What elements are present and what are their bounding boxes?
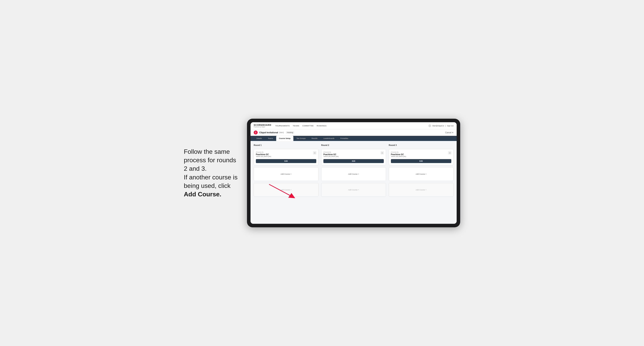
tablet-screen: SCOREBOARD Powered by clippd TOURNAMENTS… bbox=[250, 122, 457, 224]
remove-course-button[interactable]: ⊟ bbox=[313, 151, 316, 154]
cancel-button[interactable]: Cancel ✕ bbox=[445, 132, 454, 134]
tournament-logo-icon: C bbox=[254, 131, 258, 135]
edit-course-button-r3[interactable]: Edit bbox=[391, 159, 451, 163]
add-course-text-r1-2: Add Course + bbox=[280, 189, 292, 191]
tab-tee-groups[interactable]: Tee Groups bbox=[294, 136, 308, 141]
logo-sub: Powered by clippd bbox=[254, 126, 271, 128]
tab-course-setup[interactable]: Course Setup bbox=[276, 136, 293, 141]
content-area: Round 1 (Course A) Peachtree GC Yellow (… bbox=[250, 141, 457, 224]
tournament-gender-tag: (Men) bbox=[279, 132, 284, 134]
user-email: blair@clippd.io bbox=[432, 125, 444, 127]
course-label: (Course A) bbox=[256, 151, 271, 153]
tournament-hosting-badge: Hosting bbox=[286, 131, 294, 134]
course-name-r3: Peachtree GC bbox=[391, 153, 406, 156]
nav-link-committee[interactable]: COMMITTEE bbox=[302, 125, 314, 127]
course-name-r2: Peachtree GC bbox=[324, 153, 338, 156]
round-2-title: Round 2 bbox=[321, 144, 386, 146]
course-info: (Course A) Peachtree GC Yellow (M) (6629… bbox=[256, 151, 271, 159]
card-header-r3: (Course A) Peachtree GC Yellow (M) (6629… bbox=[391, 151, 451, 159]
add-course-text-r3-1: Add Course + bbox=[416, 173, 426, 175]
user-avatar bbox=[428, 124, 431, 127]
course-label-r3: (Course A) bbox=[391, 151, 406, 153]
round-3-course-card: (Course A) Peachtree GC Yellow (M) (6629… bbox=[389, 149, 454, 165]
nav-link-tournaments[interactable]: TOURNAMENTS bbox=[275, 125, 290, 127]
rounds-grid: Round 1 (Course A) Peachtree GC Yellow (… bbox=[254, 144, 454, 197]
course-detail-r2: Yellow (M) (6629 yds) bbox=[324, 156, 338, 157]
round-3-column: Round 3 (Course A) Peachtree GC Yellow (… bbox=[389, 144, 454, 197]
tournament-name: Clippd Invitational bbox=[259, 131, 278, 134]
add-course-text-r3-2: Add Course + bbox=[416, 189, 426, 191]
card-header-r2: (Course A) Peachtree GC Yellow (M) (6629… bbox=[324, 151, 384, 159]
course-detail: Yellow (M) (6629 yds) bbox=[256, 156, 271, 157]
course-name: Peachtree GC bbox=[256, 153, 271, 156]
course-info-r2: (Course A) Peachtree GC Yellow (M) (6629… bbox=[324, 151, 338, 159]
add-course-text-r2-2: Add Course + bbox=[348, 189, 359, 191]
remove-course-button-r3[interactable]: ⊟ bbox=[448, 151, 451, 154]
round-2-course-card: (Course A) Peachtree GC Yellow (M) (6629… bbox=[321, 149, 386, 165]
instruction-text: Follow the same process for rounds 2 and… bbox=[184, 148, 238, 198]
top-nav-right: blair@clippd.io | Sign out bbox=[428, 124, 454, 127]
add-course-card-r3-1[interactable]: Add Course + bbox=[389, 167, 454, 181]
tab-results[interactable]: Results bbox=[309, 136, 320, 141]
tab-printables[interactable]: Printables bbox=[338, 136, 351, 141]
tournament-bar: C Clippd Invitational (Men) Hosting Canc… bbox=[250, 129, 457, 136]
top-nav-links: TOURNAMENTS TEAMS COMMITTEE RANKINGS bbox=[275, 125, 424, 127]
edit-course-button-r2[interactable]: Edit bbox=[324, 159, 384, 163]
add-course-card-r1-2: Add Course + bbox=[254, 183, 318, 197]
tabs-bar: Details Teams Course Setup Tee Groups Re… bbox=[250, 136, 457, 141]
round-3-title: Round 3 bbox=[389, 144, 454, 146]
logo-scoreboard: SCOREBOARD bbox=[254, 124, 271, 126]
remove-course-button-r2[interactable]: ⊟ bbox=[381, 151, 384, 154]
add-course-card-r2-2: Add Course + bbox=[321, 183, 386, 197]
add-course-card-r3-2: Add Course + bbox=[389, 183, 454, 197]
round-1-title: Round 1 bbox=[254, 144, 318, 146]
add-course-card-r1-1[interactable]: Add Course + bbox=[254, 167, 318, 181]
tablet-frame: SCOREBOARD Powered by clippd TOURNAMENTS… bbox=[247, 119, 460, 227]
course-label-r2: (Course A) bbox=[324, 151, 338, 153]
tab-leaderboards[interactable]: Leaderboards bbox=[320, 136, 337, 141]
sign-out-link[interactable]: Sign out bbox=[447, 125, 454, 127]
instruction-panel: Follow the same process for rounds 2 and… bbox=[184, 148, 239, 198]
nav-link-rankings[interactable]: RANKINGS bbox=[317, 125, 326, 127]
course-detail-r3: Yellow (M) (6629 yds) bbox=[391, 156, 406, 157]
round-2-column: Round 2 (Course A) Peachtree GC Yellow (… bbox=[321, 144, 386, 197]
logo-area: SCOREBOARD Powered by clippd bbox=[254, 124, 271, 128]
add-course-card-r2-1[interactable]: Add Course + bbox=[321, 167, 386, 181]
nav-link-teams[interactable]: TEAMS bbox=[293, 125, 299, 127]
page-wrapper: Follow the same process for rounds 2 and… bbox=[184, 119, 460, 227]
course-info-r3: (Course A) Peachtree GC Yellow (M) (6629… bbox=[391, 151, 406, 159]
nav-separator: | bbox=[446, 125, 446, 127]
round-1-column: Round 1 (Course A) Peachtree GC Yellow (… bbox=[254, 144, 318, 197]
round-1-course-card: (Course A) Peachtree GC Yellow (M) (6629… bbox=[254, 149, 318, 165]
add-course-text-r1-1: Add Course + bbox=[280, 173, 292, 175]
top-nav: SCOREBOARD Powered by clippd TOURNAMENTS… bbox=[250, 122, 457, 129]
tab-teams[interactable]: Teams bbox=[265, 136, 276, 141]
tab-details[interactable]: Details bbox=[254, 136, 265, 141]
card-header: (Course A) Peachtree GC Yellow (M) (6629… bbox=[256, 151, 316, 159]
edit-course-button-r1[interactable]: Edit bbox=[256, 159, 316, 163]
add-course-text-r2-1: Add Course + bbox=[348, 173, 359, 175]
